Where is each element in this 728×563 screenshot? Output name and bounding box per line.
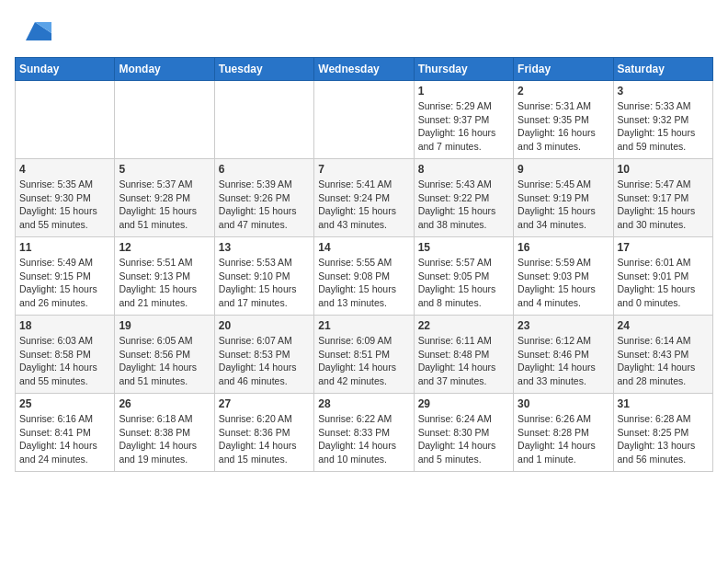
calendar-cell: 17Sunrise: 6:01 AM Sunset: 9:01 PM Dayli… — [613, 237, 712, 316]
calendar-cell: 30Sunrise: 6:26 AM Sunset: 8:28 PM Dayli… — [514, 394, 613, 472]
calendar-header-tuesday: Tuesday — [214, 58, 313, 81]
calendar-cell — [16, 81, 115, 159]
day-number: 10 — [618, 163, 709, 176]
day-info: Sunrise: 6:03 AM Sunset: 8:58 PM Dayligh… — [19, 334, 110, 388]
logo — [15, 15, 51, 48]
day-number: 13 — [219, 241, 310, 254]
day-info: Sunrise: 5:35 AM Sunset: 9:30 PM Dayligh… — [19, 178, 110, 232]
day-number: 7 — [318, 163, 409, 176]
day-number: 2 — [518, 85, 609, 98]
calendar-cell: 28Sunrise: 6:22 AM Sunset: 8:33 PM Dayli… — [314, 394, 414, 472]
day-number: 19 — [119, 319, 210, 332]
day-number: 17 — [618, 241, 709, 254]
calendar-cell: 16Sunrise: 5:59 AM Sunset: 9:03 PM Dayli… — [514, 237, 613, 316]
calendar-header-friday: Friday — [514, 58, 613, 81]
day-number: 24 — [618, 319, 709, 332]
day-number: 16 — [518, 241, 609, 254]
calendar-cell: 31Sunrise: 6:28 AM Sunset: 8:25 PM Dayli… — [613, 394, 712, 472]
calendar-cell: 12Sunrise: 5:51 AM Sunset: 9:13 PM Dayli… — [115, 237, 214, 316]
calendar-week-row: 4Sunrise: 5:35 AM Sunset: 9:30 PM Daylig… — [16, 159, 713, 237]
calendar-cell: 8Sunrise: 5:43 AM Sunset: 9:22 PM Daylig… — [414, 159, 513, 237]
day-number: 3 — [618, 85, 709, 98]
calendar-header-thursday: Thursday — [414, 58, 513, 81]
day-info: Sunrise: 6:01 AM Sunset: 9:01 PM Dayligh… — [618, 256, 709, 310]
day-number: 5 — [119, 163, 210, 176]
calendar-table: SundayMondayTuesdayWednesdayThursdayFrid… — [15, 57, 713, 472]
day-info: Sunrise: 5:47 AM Sunset: 9:17 PM Dayligh… — [618, 178, 709, 232]
day-info: Sunrise: 5:49 AM Sunset: 9:15 PM Dayligh… — [19, 256, 110, 310]
calendar-cell: 24Sunrise: 6:14 AM Sunset: 8:43 PM Dayli… — [613, 316, 712, 394]
day-info: Sunrise: 6:14 AM Sunset: 8:43 PM Dayligh… — [618, 334, 709, 388]
day-number: 1 — [418, 85, 509, 98]
day-number: 15 — [418, 241, 509, 254]
day-number: 12 — [119, 241, 210, 254]
calendar-header-row: SundayMondayTuesdayWednesdayThursdayFrid… — [16, 58, 713, 81]
calendar-cell: 9Sunrise: 5:45 AM Sunset: 9:19 PM Daylig… — [514, 159, 613, 237]
calendar-cell: 6Sunrise: 5:39 AM Sunset: 9:26 PM Daylig… — [214, 159, 313, 237]
calendar-header-sunday: Sunday — [16, 58, 115, 81]
day-number: 21 — [318, 319, 409, 332]
calendar-cell: 26Sunrise: 6:18 AM Sunset: 8:38 PM Dayli… — [115, 394, 214, 472]
day-number: 4 — [19, 163, 110, 176]
day-info: Sunrise: 5:51 AM Sunset: 9:13 PM Dayligh… — [119, 256, 210, 310]
day-number: 22 — [418, 319, 509, 332]
calendar-header-monday: Monday — [115, 58, 214, 81]
day-number: 20 — [219, 319, 310, 332]
day-number: 8 — [418, 163, 509, 176]
day-info: Sunrise: 6:22 AM Sunset: 8:33 PM Dayligh… — [318, 412, 409, 466]
page-header — [15, 15, 713, 48]
day-info: Sunrise: 5:59 AM Sunset: 9:03 PM Dayligh… — [518, 256, 609, 310]
calendar-cell: 15Sunrise: 5:57 AM Sunset: 9:05 PM Dayli… — [414, 237, 513, 316]
day-number: 30 — [518, 397, 609, 410]
day-number: 6 — [219, 163, 310, 176]
calendar-header-saturday: Saturday — [613, 58, 712, 81]
calendar-cell: 23Sunrise: 6:12 AM Sunset: 8:46 PM Dayli… — [514, 316, 613, 394]
calendar-cell: 2Sunrise: 5:31 AM Sunset: 9:35 PM Daylig… — [514, 81, 613, 159]
day-info: Sunrise: 6:09 AM Sunset: 8:51 PM Dayligh… — [318, 334, 409, 388]
day-info: Sunrise: 6:16 AM Sunset: 8:41 PM Dayligh… — [19, 412, 110, 466]
day-info: Sunrise: 5:37 AM Sunset: 9:28 PM Dayligh… — [119, 178, 210, 232]
calendar-cell: 18Sunrise: 6:03 AM Sunset: 8:58 PM Dayli… — [16, 316, 115, 394]
day-info: Sunrise: 6:05 AM Sunset: 8:56 PM Dayligh… — [119, 334, 210, 388]
calendar-cell: 11Sunrise: 5:49 AM Sunset: 9:15 PM Dayli… — [16, 237, 115, 316]
day-info: Sunrise: 5:57 AM Sunset: 9:05 PM Dayligh… — [418, 256, 509, 310]
day-number: 27 — [219, 397, 310, 410]
day-info: Sunrise: 5:45 AM Sunset: 9:19 PM Dayligh… — [518, 178, 609, 232]
calendar-cell: 1Sunrise: 5:29 AM Sunset: 9:37 PM Daylig… — [414, 81, 513, 159]
calendar-week-row: 18Sunrise: 6:03 AM Sunset: 8:58 PM Dayli… — [16, 316, 713, 394]
day-info: Sunrise: 5:41 AM Sunset: 9:24 PM Dayligh… — [318, 178, 409, 232]
day-info: Sunrise: 5:29 AM Sunset: 9:37 PM Dayligh… — [418, 99, 509, 154]
calendar-cell: 14Sunrise: 5:55 AM Sunset: 9:08 PM Dayli… — [314, 237, 414, 316]
calendar-cell: 21Sunrise: 6:09 AM Sunset: 8:51 PM Dayli… — [314, 316, 414, 394]
calendar-cell: 27Sunrise: 6:20 AM Sunset: 8:36 PM Dayli… — [214, 394, 313, 472]
day-info: Sunrise: 6:18 AM Sunset: 8:38 PM Dayligh… — [119, 412, 210, 466]
day-info: Sunrise: 6:12 AM Sunset: 8:46 PM Dayligh… — [518, 334, 609, 388]
day-number: 9 — [518, 163, 609, 176]
day-number: 29 — [418, 397, 509, 410]
calendar-week-row: 11Sunrise: 5:49 AM Sunset: 9:15 PM Dayli… — [16, 237, 713, 316]
day-number: 25 — [19, 397, 110, 410]
day-number: 14 — [318, 241, 409, 254]
day-info: Sunrise: 6:20 AM Sunset: 8:36 PM Dayligh… — [219, 412, 310, 466]
day-info: Sunrise: 6:24 AM Sunset: 8:30 PM Dayligh… — [418, 412, 509, 466]
calendar-cell: 29Sunrise: 6:24 AM Sunset: 8:30 PM Dayli… — [414, 394, 513, 472]
calendar-cell — [115, 81, 214, 159]
day-info: Sunrise: 6:28 AM Sunset: 8:25 PM Dayligh… — [618, 412, 709, 466]
calendar-cell: 5Sunrise: 5:37 AM Sunset: 9:28 PM Daylig… — [115, 159, 214, 237]
calendar-cell: 13Sunrise: 5:53 AM Sunset: 9:10 PM Dayli… — [214, 237, 313, 316]
calendar-cell: 4Sunrise: 5:35 AM Sunset: 9:30 PM Daylig… — [16, 159, 115, 237]
calendar-cell — [314, 81, 414, 159]
calendar-cell: 19Sunrise: 6:05 AM Sunset: 8:56 PM Dayli… — [115, 316, 214, 394]
calendar-cell: 7Sunrise: 5:41 AM Sunset: 9:24 PM Daylig… — [314, 159, 414, 237]
day-info: Sunrise: 6:07 AM Sunset: 8:53 PM Dayligh… — [219, 334, 310, 388]
day-info: Sunrise: 5:39 AM Sunset: 9:26 PM Dayligh… — [219, 178, 310, 232]
day-number: 18 — [19, 319, 110, 332]
day-number: 31 — [618, 397, 709, 410]
day-number: 23 — [518, 319, 609, 332]
day-number: 26 — [119, 397, 210, 410]
calendar-cell — [214, 81, 313, 159]
calendar-cell: 25Sunrise: 6:16 AM Sunset: 8:41 PM Dayli… — [16, 394, 115, 472]
day-info: Sunrise: 5:33 AM Sunset: 9:32 PM Dayligh… — [618, 99, 709, 154]
calendar-cell: 3Sunrise: 5:33 AM Sunset: 9:32 PM Daylig… — [613, 81, 712, 159]
day-info: Sunrise: 5:43 AM Sunset: 9:22 PM Dayligh… — [418, 178, 509, 232]
